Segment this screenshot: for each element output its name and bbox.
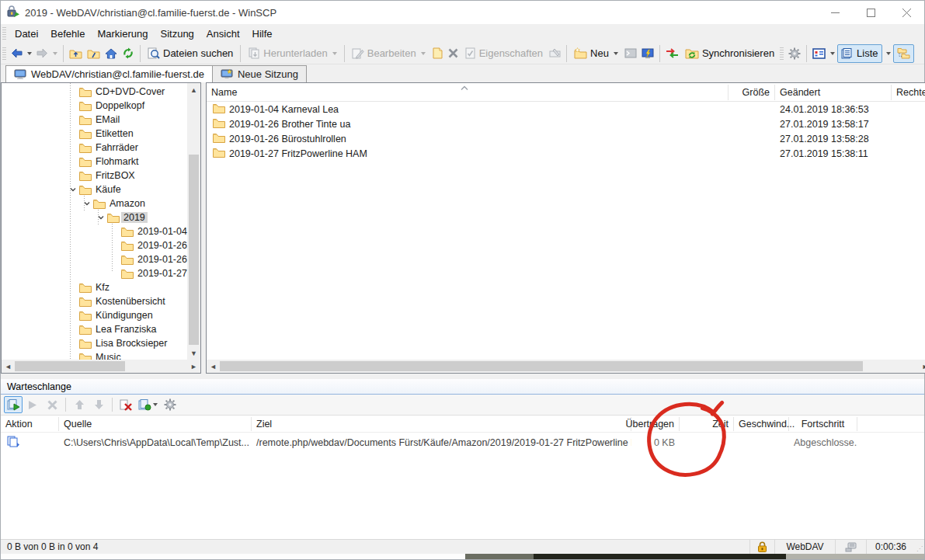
scroll-right-icon[interactable]: ► <box>919 360 925 373</box>
tree-item[interactable]: Fahrräder <box>2 141 187 155</box>
open-in-putty-button[interactable] <box>639 44 656 63</box>
menu-hilfe[interactable]: Hilfe <box>246 26 279 42</box>
queue-process-button[interactable] <box>136 396 160 413</box>
tree-item[interactable]: Amazon <box>2 197 187 210</box>
home-directory-button[interactable] <box>103 44 120 63</box>
tree-item[interactable]: 2019-01-27 <box>2 266 187 280</box>
queue-caption: Warteschlange <box>1 379 924 395</box>
protocol-status[interactable]: WebDAV <box>775 540 836 554</box>
queue-splitter[interactable] <box>1 374 924 379</box>
tree-item[interactable]: Kostenübersicht <box>2 294 187 308</box>
file-horizontal-scrollbar[interactable]: ◄ ► <box>207 360 925 373</box>
tree-item[interactable]: CD+DVD-Cover <box>2 85 187 99</box>
parent-directory-button[interactable] <box>67 44 85 63</box>
chevron-down-icon[interactable] <box>830 52 835 55</box>
tab-new-session[interactable]: Neue Sitzung <box>213 65 307 82</box>
folder-icon <box>79 143 93 153</box>
tree-item[interactable]: 2019-01-04 <box>2 224 187 238</box>
chevron-down-icon[interactable] <box>886 52 891 55</box>
edit-pencil-icon <box>352 47 364 59</box>
panel-layout-button[interactable] <box>810 44 837 63</box>
tree-item-label: Etiketten <box>93 128 136 139</box>
scroll-up-icon[interactable]: ▲ <box>187 83 200 96</box>
new-menu-button[interactable]: Neu <box>570 44 622 63</box>
list-view-button[interactable]: Liste <box>837 44 882 63</box>
new-file-button[interactable] <box>429 44 446 63</box>
column-header-quelle[interactable]: Quelle <box>59 417 252 431</box>
column-header-modified[interactable]: Geändert <box>775 85 892 100</box>
tree-item[interactable]: 2019-01-26 <box>2 252 187 266</box>
menu-markierung[interactable]: Markierung <box>91 26 154 42</box>
scroll-left-icon[interactable]: ◄ <box>2 360 15 373</box>
tree-item[interactable]: 2019-01-26 <box>2 238 187 252</box>
encryption-status[interactable] <box>750 540 775 554</box>
list-view-dropdown[interactable] <box>882 44 893 63</box>
synchronize-button[interactable]: Synchronisieren <box>681 44 778 63</box>
chevron-expand-icon[interactable] <box>81 200 93 207</box>
tree-vertical-scrollbar[interactable]: ▲ ▼ <box>187 83 200 360</box>
queue-show-button[interactable] <box>4 396 23 413</box>
menu-befehle[interactable]: Befehle <box>44 26 91 42</box>
tree-item[interactable]: EMail <box>2 113 187 127</box>
file-row[interactable]: 2019-01-26 Bürostuhlrollen 27.01.2019 13… <box>207 131 925 146</box>
chevron-down-icon[interactable] <box>614 52 618 55</box>
menu-sitzung[interactable]: Sitzung <box>154 26 200 42</box>
tree-item[interactable]: Lisa Brocksieper <box>2 336 187 350</box>
tree-item[interactable]: Kfz <box>2 280 187 294</box>
file-row[interactable]: 2019-01-27 FritzPowerline HAM 27.01.2019… <box>207 146 925 161</box>
minimize-button[interactable] <box>817 1 853 24</box>
scrollbar-thumb[interactable] <box>220 361 863 371</box>
scrollbar-thumb[interactable] <box>189 155 199 345</box>
column-header-aktion[interactable]: Aktion <box>1 417 59 431</box>
find-files-button[interactable]: Dateien suchen <box>144 44 237 63</box>
compare-directories-button[interactable] <box>663 44 681 63</box>
root-folder-icon <box>87 48 100 59</box>
scroll-down-icon[interactable]: ▼ <box>187 346 200 360</box>
menu-ansicht[interactable]: Ansicht <box>200 26 246 42</box>
queue-row[interactable]: C:\Users\Chris\AppData\Local\Temp\Zust..… <box>1 433 924 453</box>
file-row[interactable]: 2019-01-26 Brother Tinte ua 27.01.2019 1… <box>207 117 925 131</box>
root-directory-button[interactable] <box>85 44 103 63</box>
tree-view-toggle-button[interactable] <box>893 44 914 63</box>
tree-item[interactable]: Music <box>2 350 187 360</box>
column-header-rights[interactable]: Rechte <box>892 85 925 100</box>
folder-icon <box>121 269 135 279</box>
tree-item[interactable]: Etiketten <box>2 127 187 141</box>
connection-status[interactable] <box>836 540 867 554</box>
folder-icon <box>79 353 93 360</box>
file-row[interactable]: 2019-01-04 Karneval Lea 24.01.2019 18:36… <box>207 102 925 117</box>
column-header-zeit[interactable]: Zeit <box>680 417 734 431</box>
menu-datei[interactable]: Datei <box>9 26 44 42</box>
column-header-fortschritt[interactable]: Fortschritt <box>789 417 857 431</box>
queue-preferences-button[interactable] <box>161 396 179 413</box>
resize-grip[interactable]: ⋰ <box>915 540 924 554</box>
chevron-down-icon[interactable] <box>27 52 32 55</box>
preferences-button[interactable] <box>786 44 803 63</box>
chevron-expand-icon[interactable] <box>67 186 79 193</box>
close-button[interactable] <box>888 1 924 24</box>
tree-item[interactable]: 2019 <box>2 210 187 224</box>
scrollbar-thumb[interactable] <box>15 361 125 371</box>
folder-icon <box>79 129 93 139</box>
back-button[interactable] <box>9 44 34 63</box>
tree-item[interactable]: FritzBOX <box>2 169 187 183</box>
refresh-button[interactable] <box>120 44 137 63</box>
column-header-uebertragen[interactable]: Übertragen <box>631 417 680 431</box>
chevron-expand-icon[interactable] <box>95 214 107 221</box>
tree-horizontal-scrollbar[interactable]: ◄ ► <box>2 360 200 373</box>
properties-icon <box>464 47 476 59</box>
tab-session-webdav[interactable]: WebDAV/christian@cl.familie-fuerst.de <box>5 65 213 82</box>
maximize-button[interactable] <box>853 1 888 24</box>
tree-item[interactable]: Flohmarkt <box>2 155 187 169</box>
column-header-size[interactable]: Größe <box>729 85 775 100</box>
chevron-down-icon[interactable] <box>153 403 158 406</box>
tree-item[interactable]: Käufe <box>2 183 187 197</box>
column-header-geschwindigkeit[interactable]: Geschwind... <box>734 417 789 431</box>
scroll-left-icon[interactable]: ◄ <box>207 360 220 373</box>
tree-item[interactable]: Kündigungen <box>2 308 187 322</box>
tree-item[interactable]: Lea Franziska <box>2 322 187 336</box>
queue-delete-item-button[interactable] <box>116 396 135 413</box>
column-header-ziel[interactable]: Ziel <box>252 417 631 431</box>
scroll-right-icon[interactable]: ► <box>187 360 200 373</box>
tree-item[interactable]: Doppelkopf <box>2 99 187 113</box>
